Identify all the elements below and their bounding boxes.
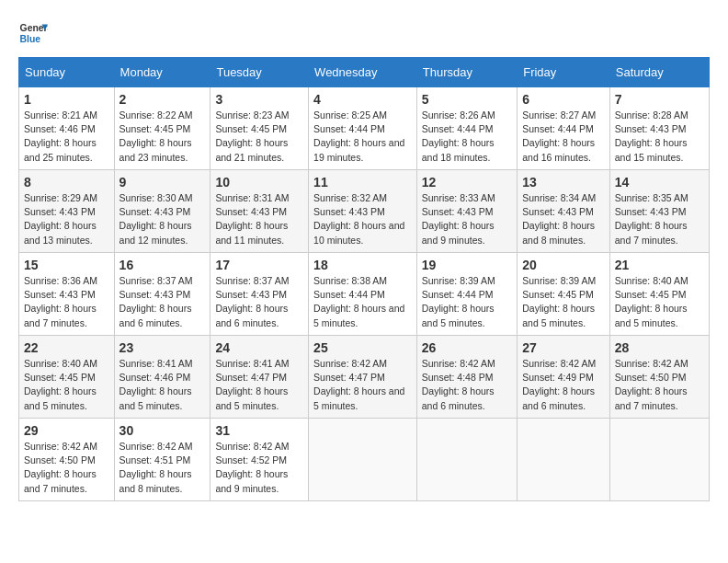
calendar-header-row: SundayMondayTuesdayWednesdayThursdayFrid… [19,58,710,87]
day-number: 21 [615,258,704,272]
day-info: Sunrise: 8:27 AMSunset: 4:44 PMDaylight:… [522,109,605,165]
day-number: 25 [313,340,412,355]
day-info: Sunrise: 8:33 AMSunset: 4:43 PMDaylight:… [422,191,512,247]
day-info: Sunrise: 8:42 AMSunset: 4:51 PMDaylight:… [119,440,206,496]
calendar-cell: 2Sunrise: 8:22 AMSunset: 4:45 PMDaylight… [114,87,210,170]
day-number: 23 [119,340,206,355]
day-number: 16 [119,258,206,272]
day-info: Sunrise: 8:26 AMSunset: 4:44 PMDaylight:… [422,109,512,165]
day-number: 11 [313,175,412,190]
calendar-cell: 7Sunrise: 8:28 AMSunset: 4:43 PMDaylight… [609,87,709,170]
calendar-cell: 18Sunrise: 8:38 AMSunset: 4:44 PMDayligh… [309,253,417,336]
day-info: Sunrise: 8:40 AMSunset: 4:45 PMDaylight:… [615,274,704,330]
day-info: Sunrise: 8:28 AMSunset: 4:43 PMDaylight:… [615,109,704,165]
day-number: 22 [24,340,109,355]
day-info: Sunrise: 8:21 AMSunset: 4:46 PMDaylight:… [24,109,109,165]
day-info: Sunrise: 8:41 AMSunset: 4:47 PMDaylight:… [215,357,303,413]
calendar-cell: 14Sunrise: 8:35 AMSunset: 4:43 PMDayligh… [609,170,709,253]
day-info: Sunrise: 8:38 AMSunset: 4:44 PMDaylight:… [313,274,412,330]
col-header-thursday: Thursday [416,58,517,87]
calendar-cell: 10Sunrise: 8:31 AMSunset: 4:43 PMDayligh… [210,170,309,253]
day-info: Sunrise: 8:37 AMSunset: 4:43 PMDaylight:… [119,274,206,330]
calendar-cell: 6Sunrise: 8:27 AMSunset: 4:44 PMDaylight… [518,87,610,170]
day-info: Sunrise: 8:42 AMSunset: 4:47 PMDaylight:… [313,357,412,413]
calendar-body: 1Sunrise: 8:21 AMSunset: 4:46 PMDaylight… [19,87,710,501]
calendar-cell [416,419,517,501]
day-info: Sunrise: 8:29 AMSunset: 4:43 PMDaylight:… [24,191,109,247]
day-info: Sunrise: 8:39 AMSunset: 4:44 PMDaylight:… [422,274,512,330]
day-info: Sunrise: 8:34 AMSunset: 4:43 PMDaylight:… [522,191,605,247]
calendar-cell: 29Sunrise: 8:42 AMSunset: 4:50 PMDayligh… [19,419,115,501]
calendar-cell [609,419,709,501]
day-info: Sunrise: 8:42 AMSunset: 4:48 PMDaylight:… [422,357,512,413]
day-number: 18 [313,258,412,272]
logo-icon: General Blue [18,18,48,48]
day-number: 17 [215,258,303,272]
day-number: 4 [313,92,412,107]
calendar-cell: 23Sunrise: 8:41 AMSunset: 4:46 PMDayligh… [114,336,210,419]
calendar-cell: 11Sunrise: 8:32 AMSunset: 4:43 PMDayligh… [309,170,417,253]
calendar-cell [518,419,610,501]
day-info: Sunrise: 8:32 AMSunset: 4:43 PMDaylight:… [313,191,412,247]
day-number: 9 [119,175,206,190]
calendar-table: SundayMondayTuesdayWednesdayThursdayFrid… [18,57,710,501]
calendar-week-5: 29Sunrise: 8:42 AMSunset: 4:50 PMDayligh… [19,419,710,501]
day-number: 19 [422,258,512,272]
day-number: 28 [615,340,704,355]
calendar-cell: 28Sunrise: 8:42 AMSunset: 4:50 PMDayligh… [609,336,709,419]
day-number: 30 [119,423,206,438]
calendar-cell: 26Sunrise: 8:42 AMSunset: 4:48 PMDayligh… [416,336,517,419]
calendar-cell: 15Sunrise: 8:36 AMSunset: 4:43 PMDayligh… [19,253,115,336]
col-header-friday: Friday [518,58,610,87]
calendar-week-2: 8Sunrise: 8:29 AMSunset: 4:43 PMDaylight… [19,170,710,253]
calendar-cell: 25Sunrise: 8:42 AMSunset: 4:47 PMDayligh… [309,336,417,419]
day-info: Sunrise: 8:25 AMSunset: 4:44 PMDaylight:… [313,109,412,165]
day-number: 10 [215,175,303,190]
day-info: Sunrise: 8:42 AMSunset: 4:50 PMDaylight:… [24,440,109,496]
calendar-cell: 27Sunrise: 8:42 AMSunset: 4:49 PMDayligh… [518,336,610,419]
calendar-cell: 13Sunrise: 8:34 AMSunset: 4:43 PMDayligh… [518,170,610,253]
day-number: 24 [215,340,303,355]
day-number: 15 [24,258,109,272]
calendar-cell: 17Sunrise: 8:37 AMSunset: 4:43 PMDayligh… [210,253,309,336]
calendar-cell: 21Sunrise: 8:40 AMSunset: 4:45 PMDayligh… [609,253,709,336]
calendar-week-4: 22Sunrise: 8:40 AMSunset: 4:45 PMDayligh… [19,336,710,419]
day-number: 3 [215,92,303,107]
calendar-week-1: 1Sunrise: 8:21 AMSunset: 4:46 PMDaylight… [19,87,710,170]
col-header-sunday: Sunday [19,58,115,87]
calendar-cell: 9Sunrise: 8:30 AMSunset: 4:43 PMDaylight… [114,170,210,253]
calendar-cell: 16Sunrise: 8:37 AMSunset: 4:43 PMDayligh… [114,253,210,336]
day-number: 8 [24,175,109,190]
day-info: Sunrise: 8:42 AMSunset: 4:52 PMDaylight:… [215,440,303,496]
calendar-cell: 22Sunrise: 8:40 AMSunset: 4:45 PMDayligh… [19,336,115,419]
day-info: Sunrise: 8:41 AMSunset: 4:46 PMDaylight:… [119,357,206,413]
day-number: 31 [215,423,303,438]
calendar-cell: 19Sunrise: 8:39 AMSunset: 4:44 PMDayligh… [416,253,517,336]
day-number: 1 [24,92,109,107]
col-header-wednesday: Wednesday [309,58,417,87]
day-info: Sunrise: 8:22 AMSunset: 4:45 PMDaylight:… [119,109,206,165]
day-info: Sunrise: 8:40 AMSunset: 4:45 PMDaylight:… [24,357,109,413]
calendar-cell: 31Sunrise: 8:42 AMSunset: 4:52 PMDayligh… [210,419,309,501]
day-number: 26 [422,340,512,355]
day-info: Sunrise: 8:42 AMSunset: 4:49 PMDaylight:… [522,357,605,413]
day-info: Sunrise: 8:42 AMSunset: 4:50 PMDaylight:… [615,357,704,413]
day-number: 27 [522,340,605,355]
col-header-monday: Monday [114,58,210,87]
calendar-cell: 3Sunrise: 8:23 AMSunset: 4:45 PMDaylight… [210,87,309,170]
day-number: 13 [522,175,605,190]
day-info: Sunrise: 8:23 AMSunset: 4:45 PMDaylight:… [215,109,303,165]
day-number: 20 [522,258,605,272]
calendar-cell: 12Sunrise: 8:33 AMSunset: 4:43 PMDayligh… [416,170,517,253]
day-number: 6 [522,92,605,107]
day-number: 7 [615,92,704,107]
calendar-cell: 20Sunrise: 8:39 AMSunset: 4:45 PMDayligh… [518,253,610,336]
col-header-saturday: Saturday [609,58,709,87]
day-number: 5 [422,92,512,107]
page-header: General Blue [18,18,710,48]
calendar-week-3: 15Sunrise: 8:36 AMSunset: 4:43 PMDayligh… [19,253,710,336]
day-info: Sunrise: 8:35 AMSunset: 4:43 PMDaylight:… [615,191,704,247]
day-info: Sunrise: 8:37 AMSunset: 4:43 PMDaylight:… [215,274,303,330]
day-number: 14 [615,175,704,190]
svg-text:Blue: Blue [20,34,41,44]
